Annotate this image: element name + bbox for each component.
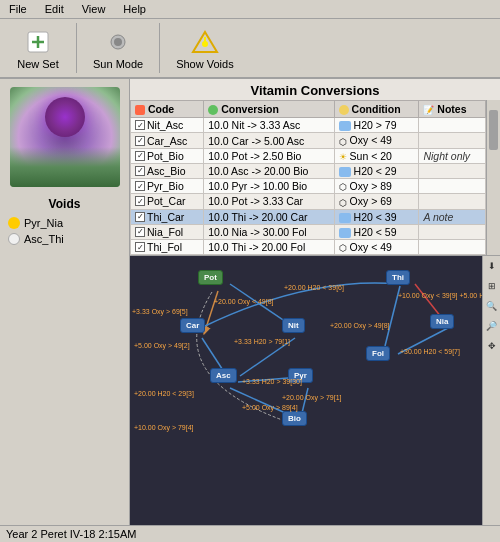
condition-cell: ⬡ Oxy < 49 [334,239,419,254]
table-row[interactable]: Thi_Car10.0 Thi -> 20.00 Car H20 < 39A n… [131,209,486,224]
table-row[interactable]: Car_Asc10.0 Car -> 5.00 Asc⬡ Oxy < 49 [131,133,486,148]
graph-node-asc[interactable]: Asc [210,368,237,383]
statusbar: Year 2 Peret IV-18 2:15AM [0,525,500,542]
row-checkbox[interactable] [135,166,145,176]
conversion-cell: 10.0 Asc -> 20.00 Bio [204,163,334,178]
row-checkbox[interactable] [135,242,145,252]
table-row[interactable]: Pot_Car10.0 Pot -> 3.33 Car⬡ Oxy > 69 [131,194,486,209]
main-content: Voids Pyr_Nia Asc_Thi Vitamin Conversion… [0,79,500,525]
void-dot-white [8,233,20,245]
col-conversion[interactable]: Conversion [204,101,334,118]
graph-tool-zoom-out[interactable]: 🔎 [484,318,500,334]
edge-label-9: +30.00 H20 < 59[7] [400,348,460,355]
table-row[interactable]: Nit_Asc10.0 Nit -> 3.33 Asc H20 > 79 [131,118,486,133]
code-cell: Thi_Fol [131,239,204,254]
graph-node-fol[interactable]: Fol [366,346,390,361]
table-section: Vitamin Conversions Code Conversion [130,79,500,256]
table-wrapper: Code Conversion Condition 📝 [130,100,500,255]
sun-mode-icon [102,26,134,58]
note-cell [419,133,486,148]
table-row[interactable]: Pyr_Bio10.0 Pyr -> 10.00 Bio⬡ Oxy > 89 [131,179,486,194]
note-cell [419,239,486,254]
note-cell [419,179,486,194]
sidebar: Voids Pyr_Nia Asc_Thi [0,79,130,525]
h2o-icon [339,228,351,238]
row-checkbox[interactable] [135,227,145,237]
table-scrollbar[interactable] [486,100,500,255]
graph-tool-download[interactable]: ⬇ [484,258,500,274]
edge-label-7: +20.00 H20 < 29[3] [134,390,194,397]
new-set-icon [22,26,54,58]
table-row[interactable]: Nia_Fol10.0 Nia -> 30.00 Fol H20 < 59 [131,224,486,239]
menu-help[interactable]: Help [120,2,149,16]
condition-cell: H20 < 29 [334,163,419,178]
code-cell: Nia_Fol [131,224,204,239]
row-checkbox[interactable] [135,120,145,130]
new-set-button[interactable]: New Set [8,24,68,72]
conversion-cell: 10.0 Nit -> 3.33 Asc [204,118,334,133]
oxy-icon: ⬡ [339,243,347,253]
menu-view[interactable]: View [79,2,109,16]
code-cell: Pot_Car [131,194,204,209]
edge-label-2: +20.00 H20 < 39[6] [284,284,344,291]
conversion-cell: 10.0 Thi -> 20.00 Car [204,209,334,224]
condition-cell: H20 < 39 [334,209,419,224]
edge-label-8: +5.00 Oxy > 89[4] [242,404,298,411]
note-cell: Night only [419,148,486,163]
show-voids-button[interactable]: Show Voids [168,24,241,72]
row-checkbox[interactable] [135,181,145,191]
oxy-icon: ⬡ [339,137,347,147]
svg-point-4 [114,38,122,46]
conversion-cell: 10.0 Nia -> 30.00 Fol [204,224,334,239]
graph-tool-zoom-fit[interactable]: ⊞ [484,278,500,294]
code-cell: Thi_Car [131,209,204,224]
table-row[interactable]: Pot_Bio10.0 Pot -> 2.50 Bio☀ Sun < 20Nig… [131,148,486,163]
voids-label: Voids [0,197,129,211]
sun-mode-button[interactable]: Sun Mode [85,24,151,72]
note-cell: A note [419,209,486,224]
condition-cell: H20 < 59 [334,224,419,239]
sun-mode-label: Sun Mode [93,58,143,70]
menu-file[interactable]: File [6,2,30,16]
toolbar-separator-2 [159,23,160,73]
menu-edit[interactable]: Edit [42,2,67,16]
svg-line-8 [205,291,218,331]
menubar: File Edit View Help [0,0,500,19]
col-code[interactable]: Code [131,101,204,118]
graph-node-car[interactable]: Car [180,318,205,333]
row-checkbox[interactable] [135,151,145,161]
row-checkbox[interactable] [135,212,145,222]
conversion-cell: 10.0 Pot -> 2.50 Bio [204,148,334,163]
scrollbar-thumb[interactable] [489,110,498,150]
show-voids-icon [189,26,221,58]
edge-label-10: +3.33 H20 > 39[30] [242,378,302,385]
void-label-0: Pyr_Nia [24,217,63,229]
cond-icon [339,105,349,115]
col-condition[interactable]: Condition [334,101,419,118]
graph-node-nia[interactable]: Nia [430,314,454,329]
code-cell: Pyr_Bio [131,179,204,194]
graph-tool-zoom-in[interactable]: 🔍 [484,298,500,314]
graph-node-pot[interactable]: Pot [198,270,223,285]
conversion-cell: 10.0 Pot -> 3.33 Car [204,194,334,209]
void-item-0[interactable]: Pyr_Nia [0,215,129,231]
table-title: Vitamin Conversions [130,79,500,100]
h2o-icon [339,121,351,131]
table-row[interactable]: Asc_Bio10.0 Asc -> 20.00 Bio H20 < 29 [131,163,486,178]
condition-cell: ⬡ Oxy > 89 [334,179,419,194]
row-checkbox[interactable] [135,196,145,206]
graph-node-thi[interactable]: Thi [386,270,410,285]
col-notes[interactable]: 📝 Notes [419,101,486,118]
edge-label-5: +3.33 H20 > 79[1] [234,338,290,345]
graph-tool-pan[interactable]: ✥ [484,338,500,354]
edge-label-3: +10.00 Oxy < 39[9] +5.00 H20 < 49[13] [398,292,482,299]
row-checkbox[interactable] [135,136,145,146]
conversion-cell: 10.0 Car -> 5.00 Asc [204,133,334,148]
table-row[interactable]: Thi_Fol10.0 Thi -> 20.00 Fol⬡ Oxy < 49 [131,239,486,254]
condition-cell: H20 > 79 [334,118,419,133]
graph-node-bio[interactable]: Bio [282,411,307,426]
graph-canvas[interactable]: Pot Thi Car Nia Nit Fol Asc Pyr Bio +3.3… [130,256,482,525]
conversion-cell: 10.0 Pyr -> 10.00 Bio [204,179,334,194]
void-item-1[interactable]: Asc_Thi [0,231,129,247]
graph-node-nit[interactable]: Nit [282,318,305,333]
